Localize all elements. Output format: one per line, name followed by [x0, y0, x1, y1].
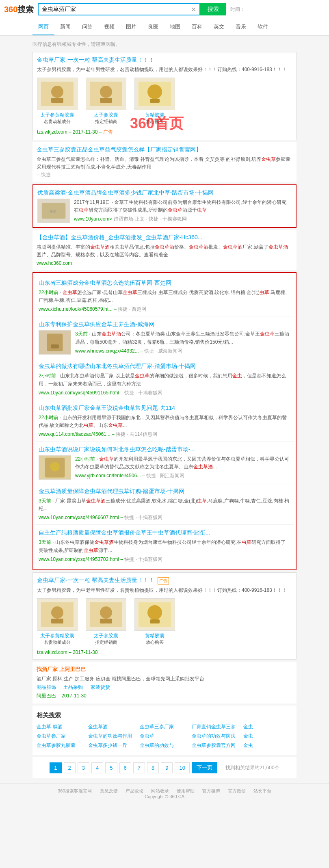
- related-item-6[interactable]: 金虫草参厂家: [37, 733, 86, 740]
- nav-item-doctor[interactable]: 良医: [142, 19, 164, 35]
- nav-item-qa[interactable]: 问答: [76, 19, 98, 35]
- footer-link-1[interactable]: 360搜索客服官网: [58, 788, 92, 793]
- ad2-img-1[interactable]: 太子参黄精胶囊 名贵动植成分: [37, 598, 78, 645]
- featured-img: 图片: [37, 199, 70, 223]
- ad2-img-2[interactable]: 太子参胶囊 指定经销商: [86, 598, 126, 645]
- ad2-sublabel-2: 指定经销商: [86, 639, 126, 645]
- nav-item-map[interactable]: 地图: [164, 19, 186, 35]
- page-8[interactable]: 8: [147, 762, 159, 773]
- group5-title[interactable]: 山东虫草酒说说厂家说说如何叫北冬虫草怎么吃呢-踏蛋市场-...: [39, 446, 290, 453]
- nav-item-english[interactable]: 英文: [208, 19, 230, 35]
- ad1-sublabel-1: 名贵动植成分: [37, 119, 78, 125]
- alibaba-title[interactable]: 找酒厂家 上阿里巴巴: [37, 666, 292, 673]
- page-7[interactable]: 7: [133, 762, 145, 773]
- footer-link-4[interactable]: 网站收录: [151, 788, 169, 793]
- page-5[interactable]: 5: [105, 762, 117, 773]
- svg-point-7: [147, 84, 162, 99]
- group-result-4: 山东虫草酒批发厂家金草王说说金虫草常见问题-去114 22小时前 · 山东的开发…: [35, 401, 294, 442]
- medical-warning: 医疗信息有强领域专业性，请谨遵医嘱。: [32, 39, 297, 50]
- nav-item-software[interactable]: 软件: [252, 19, 274, 35]
- page-1[interactable]: 1: [50, 762, 61, 773]
- page-4[interactable]: 4: [91, 762, 103, 773]
- related-item-4[interactable]: 厂家直销金虫草三参: [192, 723, 241, 730]
- ad2-img-3[interactable]: 黄精胶囊 放心购买: [134, 598, 175, 645]
- ad1-img-3[interactable]: 黄精胶囊 放心购买: [134, 78, 175, 125]
- alibaba-link-3[interactable]: 家装货货: [91, 684, 110, 690]
- related-item-13[interactable]: 金虫草的功效与: [140, 742, 189, 749]
- ad-block-2: 金虫草厂家-一次一粒 帮高夫妻生活质量！！！ 广告 太子参男精胶囊，为中老年男性…: [32, 572, 297, 660]
- related-item-3[interactable]: 金虫草三参厂家: [140, 723, 189, 730]
- result1-source: -- 快捷: [37, 171, 292, 178]
- group3-title[interactable]: 金虫草的做法有哪些山东北冬虫草酒代理厂家-踏蛋市场-十揭网: [39, 363, 290, 370]
- group3-desc: 2小时前 · 山东北冬虫草酒代理厂家-以上就是金虫草的详细的做法啦，很多时候，我…: [39, 372, 290, 387]
- group7-title[interactable]: 自主生产纯粮酒质量保障金虫草酒报价金草王中虫草酒代理商-踏蛋...: [39, 529, 290, 537]
- nav-item-news[interactable]: 新闻: [54, 19, 76, 35]
- alibaba-link-2[interactable]: 土品采购: [63, 684, 83, 690]
- ad1-title[interactable]: 金虫草厂家-一次一粒 帮高夫妻生活质量！！！: [37, 56, 292, 64]
- group5-body-text: 22小时前 · 金虫草的开发利用最早源于我国的东北，又因其营养价值与冬虫夏草相似…: [75, 455, 290, 480]
- ad1-desc: 太子参男精胶囊，为中老年男性研发，名贵动植物提取，用过的人都说效果好！！！订购热…: [37, 66, 292, 74]
- footer-link-8[interactable]: 站长平台: [253, 788, 271, 793]
- result1-desc: 金虫草三参益气胶囊怎么样：补肾、活血、清毒 补肾益气理论为以指导，本着 文艾灸等…: [37, 156, 292, 171]
- svg-point-1: [51, 86, 63, 98]
- group6-url: www.10yan.com/yxsq/44966607.html – 快捷 · …: [39, 514, 290, 521]
- group6-title[interactable]: 金虫草酒质量保障金虫草酒代理虫草订购-踏蛋市场-十揭网: [39, 488, 290, 495]
- ad2-title[interactable]: 金虫草厂家-一次一粒 帮高夫妻生活质量！！！ 广告: [37, 577, 292, 584]
- group2-desc: 3天前 · 山东金虫草酒公司：冬虫夏草酒类 山东金草王养生三糠酒批发零售公司:金…: [75, 330, 290, 346]
- ad2-badge: 广告: [158, 577, 169, 584]
- ad1-url: tzs.wkjzd.com – 2017-11-30 – 广告: [37, 129, 292, 136]
- related-title: 相关搜索: [37, 712, 292, 719]
- page-3[interactable]: 3: [78, 762, 89, 773]
- group1-url: www.xichu.net/look/45060579.ht... – 快捷 ·…: [39, 306, 290, 313]
- footer-link-2[interactable]: 意见反馈: [100, 788, 118, 793]
- result2-url: www.hc360.com: [37, 260, 292, 266]
- result2-title[interactable]: 【金虫草酒】金虫草酒价格_金虫草酒批发_金虫草酒厂家-Hc360...: [37, 234, 292, 241]
- footer-link-3[interactable]: 产品论坛: [126, 788, 143, 793]
- related-item-12[interactable]: 金虫草多少钱一斤: [88, 742, 137, 749]
- related-item-7[interactable]: 金虫草的功效与作用: [88, 733, 137, 740]
- featured-result: 优质高梁酒-金虫草酒品牌金虫草酒多少钱厂家北中草-踏蛋市场-十揭网 图片 201…: [32, 184, 297, 228]
- footer-link-7[interactable]: 官方微信: [228, 788, 246, 793]
- related-item-1[interactable]: 金虫草-糠酒: [37, 723, 86, 730]
- ad1-img-2[interactable]: 太子参胶囊 指定经销商: [86, 78, 126, 125]
- footer-link-5[interactable]: 使用帮助: [177, 788, 195, 793]
- ad1-sublabel-3: 放心购买: [134, 119, 175, 125]
- search-input[interactable]: [39, 4, 188, 15]
- svg-point-22: [100, 606, 112, 619]
- result1-title[interactable]: 金虫草三参胶囊正品金虫草益气胶囊怎么样【厂家指定销售官网】: [37, 146, 292, 154]
- alibaba-link-1[interactable]: 潮品服饰: [37, 684, 56, 690]
- nav-item-webpage[interactable]: 网页: [32, 19, 54, 35]
- nav-item-music[interactable]: 音乐: [230, 19, 252, 35]
- related-item-15[interactable]: 金虫: [243, 742, 292, 749]
- nav-item-wiki[interactable]: 百科: [186, 19, 208, 35]
- featured-title[interactable]: 优质高梁酒-金虫草酒品牌金虫草酒多少钱厂家北中草-踏蛋市场-十揭网: [37, 189, 292, 197]
- related-item-2[interactable]: 金虫草酒: [88, 723, 137, 730]
- nav-item-video[interactable]: 视频: [98, 19, 120, 35]
- search-button[interactable]: 搜索: [200, 3, 226, 15]
- group2-title[interactable]: 山东专利保护金虫草供应金草王养生酒-威海网: [39, 321, 290, 328]
- clear-icon[interactable]: ✕: [188, 6, 199, 13]
- group5-body: 22小时前 · 金虫草的开发利用最早源于我国的东北，又因其营养价值与冬虫夏草相似…: [39, 455, 290, 480]
- result-2: 【金虫草酒】金虫草酒价格_金虫草酒批发_金虫草酒厂家-Hc360... 慧聪网提…: [32, 230, 297, 270]
- related-item-5[interactable]: 金虫: [243, 723, 292, 730]
- page-9[interactable]: 9: [161, 762, 173, 773]
- page-10[interactable]: 10: [175, 762, 189, 773]
- group4-desc: 22小时前 · 山东的开发利用最早源于我国的东北，又因其营养价值与冬虫夏草相似，…: [39, 414, 290, 429]
- ad-block-1: 金虫草厂家-一次一粒 帮高夫妻生活质量！！！ 太子参男精胶囊，为中老年男性研发，…: [32, 52, 297, 140]
- page-2[interactable]: 2: [64, 762, 76, 773]
- related-item-8[interactable]: 金虫草: [140, 733, 189, 740]
- related-item-10[interactable]: 金虫: [243, 733, 292, 740]
- related-item-9[interactable]: 金虫草的功效与防法: [192, 733, 241, 740]
- ad1-sublabel-2: 指定经销商: [86, 119, 126, 125]
- ad1-img-1[interactable]: 太子参黄精胶囊 名贵动植成分: [37, 78, 78, 125]
- group1-title[interactable]: 山东省三糠酒成分金虫草酒怎么选坑伍百草园-西楚网: [39, 279, 290, 287]
- footer-link-6[interactable]: 官方微博: [202, 788, 220, 793]
- related-item-11[interactable]: 金虫草参胶丸胶囊: [37, 742, 86, 749]
- group4-title[interactable]: 山东虫草酒批发厂家金草王说说金虫草常见问题-去114: [39, 405, 290, 412]
- page-6[interactable]: 6: [119, 762, 131, 773]
- next-page-button[interactable]: 下一页: [192, 762, 217, 773]
- nav-item-image[interactable]: 图片: [120, 19, 142, 35]
- header: 360搜索 ✕ 搜索 时间：: [0, 0, 329, 19]
- related-item-14[interactable]: 金虫草参胶囊官方网: [192, 742, 241, 749]
- footer-copyright: Copyright © 360: [145, 794, 177, 799]
